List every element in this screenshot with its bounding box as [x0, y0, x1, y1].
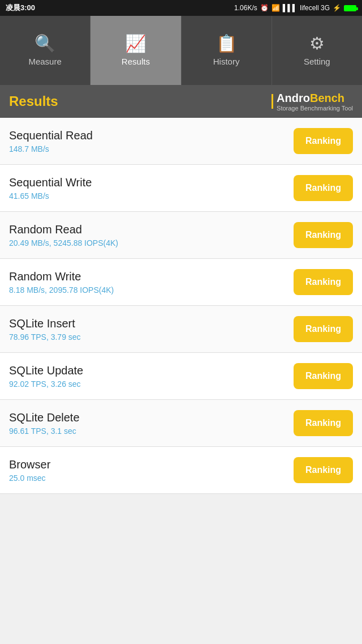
result-name: SQLite Insert — [9, 317, 294, 330]
result-item: SQLite Update 92.02 TPS, 3.26 sec Rankin… — [0, 353, 362, 400]
status-center: 1.06K/s ⏰ 📶 ▌▌▌ lifecell 3G ⚡ — [234, 4, 356, 12]
result-value: 92.02 TPS, 3.26 sec — [9, 379, 294, 389]
tab-measure[interactable]: 🔍 Measure — [0, 16, 90, 85]
results-header: Results AndroBench Storage Benchmarking … — [0, 85, 362, 118]
result-value: 96.61 TPS, 3.1 sec — [9, 427, 294, 436]
alarm-icon: ⏰ — [260, 4, 269, 12]
result-item: SQLite Delete 96.61 TPS, 3.1 sec Ranking — [0, 400, 362, 447]
result-value: 78.96 TPS, 3.79 sec — [9, 332, 294, 342]
result-item: SQLite Insert 78.96 TPS, 3.79 sec Rankin… — [0, 306, 362, 353]
ranking-button[interactable]: Ranking — [294, 128, 353, 154]
result-name: Sequential Write — [9, 176, 294, 189]
result-value: 8.18 MB/s, 2095.78 IOPS(4K) — [9, 285, 294, 295]
result-name: Random Write — [9, 270, 294, 283]
result-value: 25.0 msec — [9, 474, 294, 483]
result-item: Sequential Read 148.7 MB/s Ranking — [0, 118, 362, 165]
androbench-logo: AndroBench Storage Benchmarking Tool — [272, 92, 353, 112]
ranking-button[interactable]: Ranking — [294, 363, 353, 389]
ranking-button[interactable]: Ranking — [294, 175, 353, 201]
logo-andro: Andro — [277, 92, 310, 104]
ranking-button[interactable]: Ranking — [294, 410, 353, 436]
result-value: 148.7 MB/s — [9, 144, 294, 153]
result-name: Browser — [9, 458, 294, 471]
battery-icon — [344, 5, 356, 11]
logo-name: AndroBench — [277, 92, 353, 105]
wifi-icon: 📶 — [272, 4, 280, 12]
results-list: Sequential Read 148.7 MB/s Ranking Seque… — [0, 118, 362, 494]
history-icon: 📋 — [216, 35, 237, 52]
result-info: SQLite Delete 96.61 TPS, 3.1 sec — [9, 411, 294, 436]
tab-results-label: Results — [122, 57, 150, 66]
result-item: Random Write 8.18 MB/s, 2095.78 IOPS(4K)… — [0, 259, 362, 306]
network-speed: 1.06K/s — [234, 4, 257, 12]
tab-setting-label: Setting — [304, 57, 330, 66]
tab-setting[interactable]: ⚙ Setting — [272, 16, 362, 85]
result-name: Random Read — [9, 223, 294, 236]
status-bar: 凌晨3:00 1.06K/s ⏰ 📶 ▌▌▌ lifecell 3G ⚡ — [0, 0, 362, 16]
logo-bench: Bench — [310, 92, 344, 104]
result-name: Sequential Read — [9, 129, 294, 142]
nav-tabs: 🔍 Measure 📈 Results 📋 History ⚙ Setting — [0, 16, 362, 85]
result-info: Random Write 8.18 MB/s, 2095.78 IOPS(4K) — [9, 270, 294, 295]
result-info: Random Read 20.49 MB/s, 5245.88 IOPS(4K) — [9, 223, 294, 248]
ranking-button[interactable]: Ranking — [294, 316, 353, 342]
result-item: Random Read 20.49 MB/s, 5245.88 IOPS(4K)… — [0, 212, 362, 259]
logo-bar — [272, 94, 273, 109]
carrier: lifecell 3G — [300, 4, 330, 12]
result-info: SQLite Update 92.02 TPS, 3.26 sec — [9, 364, 294, 389]
result-item: Browser 25.0 msec Ranking — [0, 447, 362, 494]
ranking-button[interactable]: Ranking — [294, 269, 353, 295]
ranking-button[interactable]: Ranking — [294, 457, 353, 483]
setting-icon: ⚙ — [309, 35, 325, 52]
result-name: SQLite Update — [9, 364, 294, 377]
measure-icon: 🔍 — [35, 35, 55, 52]
result-info: SQLite Insert 78.96 TPS, 3.79 sec — [9, 317, 294, 342]
ranking-button[interactable]: Ranking — [294, 222, 353, 248]
result-name: SQLite Delete — [9, 411, 294, 424]
status-time: 凌晨3:00 — [6, 3, 35, 13]
result-value: 41.65 MB/s — [9, 191, 294, 201]
tab-history-label: History — [213, 57, 240, 66]
logo-subtitle: Storage Benchmarking Tool — [277, 105, 353, 112]
tab-history[interactable]: 📋 History — [182, 16, 272, 85]
results-icon: 📈 — [125, 35, 146, 52]
result-info: Browser 25.0 msec — [9, 458, 294, 483]
charging-icon: ⚡ — [333, 4, 341, 12]
result-item: Sequential Write 41.65 MB/s Ranking — [0, 165, 362, 212]
result-info: Sequential Read 148.7 MB/s — [9, 129, 294, 153]
results-title: Results — [9, 93, 58, 109]
result-value: 20.49 MB/s, 5245.88 IOPS(4K) — [9, 238, 294, 248]
tab-measure-label: Measure — [28, 57, 61, 66]
result-info: Sequential Write 41.65 MB/s — [9, 176, 294, 201]
signal-icon: ▌▌▌ — [283, 4, 298, 12]
tab-results[interactable]: 📈 Results — [90, 16, 181, 85]
